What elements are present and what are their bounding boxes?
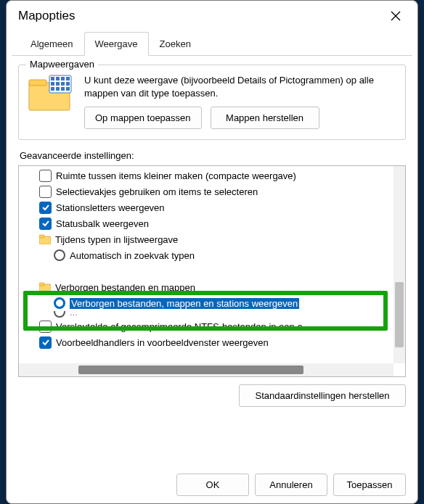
folder-icon — [39, 282, 51, 292]
checkbox-icon[interactable] — [39, 202, 52, 214]
horizontal-scrollbar[interactable] — [19, 363, 394, 376]
close-icon — [391, 11, 401, 21]
svg-rect-4 — [56, 77, 60, 80]
tree-row-label: Stationsletters weergeven — [56, 202, 165, 213]
dialog-buttons: OK Annuleren Toepassen — [176, 474, 406, 496]
checkbox-icon[interactable] — [39, 170, 52, 182]
tree-row[interactable]: Stationsletters weergeven — [19, 199, 394, 215]
tree-row[interactable]: Voorbeeldhandlers in voorbeeldvenster we… — [19, 334, 394, 350]
svg-rect-5 — [61, 77, 65, 80]
tree-row[interactable]: Verborgen bestanden en mappen — [19, 279, 394, 295]
svg-rect-14 — [66, 87, 70, 91]
advanced-settings-tree: Ruimte tussen items kleiner maken (compa… — [18, 165, 406, 377]
tree-row-label: Verborgen bestanden, mappen en stations … — [70, 298, 299, 309]
svg-rect-3 — [51, 77, 54, 80]
tree-row[interactable]: Tijdens typen in lijstweergave — [19, 231, 394, 247]
tab-search[interactable]: Zoeken — [149, 32, 202, 56]
svg-rect-8 — [56, 82, 60, 86]
tree-row-label: Selectievakjes gebruiken om items te sel… — [56, 186, 258, 197]
tree-row-label: Verborgen bestanden en mappen — [55, 282, 195, 293]
checkbox-icon[interactable] — [39, 186, 52, 198]
tab-general[interactable]: Algemeen — [20, 32, 84, 56]
svg-rect-7 — [51, 82, 54, 86]
tree-row[interactable]: Ruimte tussen items kleiner maken (compa… — [19, 168, 394, 183]
radio-icon[interactable] — [54, 297, 65, 309]
tree-row[interactable]: Automatisch in zoekvak typen — [19, 247, 394, 263]
vertical-scrollbar[interactable] — [394, 166, 405, 363]
tree-row[interactable]: Versleutelde of gecomprimeerde NTFS-best… — [19, 318, 394, 334]
svg-rect-18 — [39, 283, 44, 286]
svg-rect-6 — [66, 77, 70, 80]
svg-rect-9 — [61, 82, 65, 86]
tree-row-label: Tijdens typen in lijstweergave — [55, 234, 178, 245]
tree-row[interactable]: Statusbalk weergeven — [19, 215, 394, 231]
tree-row-label: Ruimte tussen items kleiner maken (compa… — [56, 170, 296, 181]
svg-rect-16 — [39, 235, 44, 238]
tree-row-label: Versleutelde of gecomprimeerde NTFS-best… — [56, 321, 303, 332]
folder-icon — [39, 234, 51, 244]
mapviews-group: Mapweergaven U kunt deze weergave (bijvo… — [18, 65, 406, 140]
titlebar: Mapopties — [7, 1, 417, 31]
radio-icon[interactable] — [54, 249, 65, 261]
restore-defaults-button[interactable]: Standaardinstellingen herstellen — [239, 384, 406, 407]
apply-to-folders-button[interactable]: Op mappen toepassen — [84, 107, 202, 129]
svg-rect-1 — [29, 80, 46, 86]
ok-button[interactable]: OK — [176, 474, 249, 496]
advanced-settings-label: Geavanceerde instellingen: — [20, 150, 406, 161]
window-title: Mapopties — [18, 9, 75, 23]
tab-bar: Algemeen Weergave Zoeken — [12, 31, 412, 56]
dialog-window: Mapopties Algemeen Weergave Zoeken Mapwe… — [6, 0, 418, 504]
svg-rect-11 — [51, 87, 54, 91]
svg-rect-10 — [66, 82, 70, 86]
reset-folders-button[interactable]: Mappen herstellen — [211, 107, 319, 129]
apply-button[interactable]: Toepassen — [333, 474, 406, 496]
svg-rect-13 — [61, 87, 65, 91]
vertical-scroll-thumb[interactable] — [395, 282, 404, 347]
horizontal-scroll-thumb[interactable] — [78, 365, 303, 374]
checkbox-icon[interactable] — [39, 218, 52, 230]
folder-settings-icon — [28, 74, 74, 112]
checkbox-icon[interactable] — [39, 336, 52, 349]
tab-content: Mapweergaven U kunt deze weergave (bijvo… — [7, 56, 417, 414]
tree-row-label: ... — [70, 311, 78, 318]
tree-row[interactable]: Verborgen bestanden, mappen en stations … — [19, 295, 394, 311]
tree-row[interactable]: Selectievakjes gebruiken om items te sel… — [19, 183, 394, 199]
tree-row-label: Statusbalk weergeven — [56, 218, 149, 229]
svg-rect-12 — [56, 87, 60, 91]
cancel-button[interactable]: Annuleren — [255, 474, 327, 496]
tab-view[interactable]: Weergave — [84, 32, 149, 56]
mapviews-text: U kunt deze weergave (bijvoorbeeld Detai… — [84, 74, 396, 99]
tree-row-label: Automatisch in zoekvak typen — [70, 250, 195, 261]
mapviews-legend: Mapweergaven — [26, 59, 98, 70]
checkbox-icon[interactable] — [39, 321, 52, 333]
radio-icon — [54, 311, 65, 318]
tree-row-label: Voorbeeldhandlers in voorbeeldvenster we… — [56, 337, 269, 348]
close-button[interactable] — [383, 6, 409, 26]
